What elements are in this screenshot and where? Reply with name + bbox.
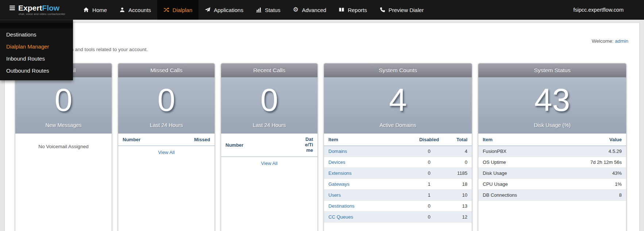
- card-voicemail: Voicemail 0 New Messages No Voicemail As…: [15, 63, 112, 231]
- gear-icon: ⚙: [293, 7, 298, 13]
- recent-calls-table: Number Date/Time: [221, 134, 317, 157]
- dashboard-cards: Voicemail 0 New Messages No Voicemail As…: [15, 63, 629, 231]
- table-row: Devices00: [324, 157, 472, 168]
- nav-items: Home Accounts Dialplan Destinations Dial…: [77, 0, 430, 20]
- system-status-caption: Disk Usage (%): [478, 122, 626, 128]
- card-system-status-title: System Status: [478, 63, 626, 77]
- card-missed-calls-title: Missed Calls: [118, 63, 215, 77]
- table-row: CC Queues012: [324, 212, 472, 223]
- table-cell: 0: [446, 157, 472, 168]
- card-missed-calls: Missed Calls 0 Last 24 Hours Number Miss…: [118, 63, 215, 231]
- brand-name-accent: Flow: [42, 4, 59, 12]
- card-missed-calls-hero: 0 Last 24 Hours: [118, 77, 215, 134]
- table-row: CPU Usage1%: [478, 179, 626, 190]
- nav-item-status[interactable]: Status: [250, 0, 287, 20]
- item-link[interactable]: CC Queues: [328, 214, 353, 220]
- voicemail-count: 0: [15, 80, 112, 120]
- welcome-label: Welcome:: [592, 38, 614, 44]
- table-cell: 13: [446, 201, 472, 212]
- top-nav: ExpertFlow chat, voice and video contact…: [0, 0, 644, 20]
- table-row: FusionPBX4.5.29: [478, 146, 626, 157]
- table-cell: 10: [446, 190, 472, 201]
- col-total: Total: [446, 134, 472, 146]
- nav-label: Advanced: [302, 7, 326, 13]
- brand-tagline: chat, voice and video contactcenter: [9, 12, 65, 16]
- card-recent-calls: Recent Calls 0 Last 24 Hours Number Date…: [221, 63, 318, 231]
- table-cell: 1: [413, 179, 446, 190]
- table-cell: Gateways: [324, 179, 413, 190]
- table-cell: Users: [324, 190, 413, 201]
- table-cell: DB Connections: [478, 190, 555, 201]
- item-link[interactable]: Domains: [328, 149, 347, 154]
- table-row: Destinations013: [324, 201, 472, 212]
- table-row: Gateways118: [324, 179, 472, 190]
- card-system-counts: System Counts 4 Active Domains Item Disa…: [324, 63, 472, 231]
- active-domains-count: 4: [324, 80, 472, 120]
- table-cell: Disk Usage: [478, 168, 555, 179]
- nav-label: Status: [265, 7, 281, 13]
- table-row: Users110: [324, 190, 472, 201]
- dialplan-dropdown: Destinations Dialplan Manager Inbound Ro…: [0, 20, 73, 80]
- nav-item-applications[interactable]: Applications: [198, 0, 250, 20]
- main-panel: Dashboard Quickly access information and…: [4, 23, 640, 231]
- recent-calls-count: 0: [221, 80, 317, 120]
- menu-item-destinations[interactable]: Destinations: [0, 28, 73, 41]
- nav-item-dialplan[interactable]: [0, 23, 73, 28]
- item-link[interactable]: Destinations: [328, 203, 355, 209]
- table-header-row: Item Value: [478, 134, 626, 146]
- table-header-row: Number Missed: [118, 134, 215, 146]
- item-link[interactable]: Devices: [328, 159, 345, 165]
- recent-calls-view-all-link[interactable]: View All: [221, 157, 317, 170]
- table-cell: 4.5.29: [555, 146, 626, 157]
- shuffle-icon: [163, 7, 169, 13]
- table-cell: Domains: [324, 146, 413, 157]
- nav-label: Accounts: [128, 7, 151, 13]
- table-header-row: Number Date/Time: [221, 134, 317, 157]
- missed-calls-view-all-link[interactable]: View All: [118, 146, 215, 159]
- bar-chart-icon: [256, 7, 262, 13]
- home-icon: [83, 7, 89, 13]
- col-date-time: Date/Time: [299, 134, 317, 157]
- brand-logo-row: ExpertFlow: [9, 4, 65, 12]
- menu-item-dialplan-manager[interactable]: Dialplan Manager: [0, 41, 73, 53]
- card-system-status-hero: 43 Disk Usage (%): [478, 77, 626, 134]
- brand-mark-icon: [9, 5, 16, 11]
- card-voicemail-hero: 0 New Messages: [15, 77, 112, 134]
- brand-logo[interactable]: ExpertFlow chat, voice and video contact…: [0, 0, 70, 20]
- card-recent-calls-hero: 0 Last 24 Hours: [221, 77, 317, 134]
- page-title: Dashboard: [15, 35, 629, 44]
- welcome-user-link[interactable]: admin: [615, 38, 628, 44]
- table-cell: 12: [446, 212, 472, 223]
- col-disabled: Disabled: [413, 134, 446, 146]
- voicemail-empty-note: No Voicemail Assigned: [15, 134, 112, 149]
- table-cell: 0: [413, 212, 446, 223]
- nav-item-reports[interactable]: Reports: [332, 0, 373, 20]
- menu-item-outbound-routes[interactable]: Outbound Routes: [0, 65, 73, 77]
- nav-label: Preview Dialer: [389, 7, 424, 13]
- col-number: Number: [118, 134, 168, 146]
- table-header-row: Item Disabled Total: [324, 134, 472, 146]
- nav-item-advanced[interactable]: ⚙ Advanced: [286, 0, 332, 20]
- nav-label: Applications: [214, 7, 243, 13]
- item-link[interactable]: Users: [328, 192, 341, 198]
- table-cell: 1%: [555, 179, 626, 190]
- nav-item-preview-dialer[interactable]: Preview Dialer: [373, 0, 430, 20]
- nav-item-accounts[interactable]: Accounts: [113, 0, 157, 20]
- nav-item-home[interactable]: Home: [77, 0, 113, 20]
- table-row: Extensions01185: [324, 168, 472, 179]
- table-cell: Extensions: [324, 168, 413, 179]
- item-link[interactable]: Extensions: [328, 170, 352, 176]
- card-system-counts-hero: 4 Active Domains: [324, 77, 472, 134]
- table-cell: CPU Usage: [478, 179, 555, 190]
- system-counts-table: Item Disabled Total Domains04Devices00Ex…: [324, 134, 472, 223]
- item-link[interactable]: Gateways: [328, 181, 350, 187]
- table-cell: 7d 2h 12m 56s: [555, 157, 626, 168]
- table-row: Disk Usage43%: [478, 168, 626, 179]
- menu-item-inbound-routes[interactable]: Inbound Routes: [0, 53, 73, 65]
- table-row: Domains04: [324, 146, 472, 157]
- col-missed: Missed: [168, 134, 215, 146]
- user-icon: [119, 7, 125, 13]
- nav-item-dialplan[interactable]: Dialplan: [157, 0, 198, 20]
- table-cell: 1: [413, 190, 446, 201]
- server-domain: fsipcc.expertflow.com: [573, 7, 644, 13]
